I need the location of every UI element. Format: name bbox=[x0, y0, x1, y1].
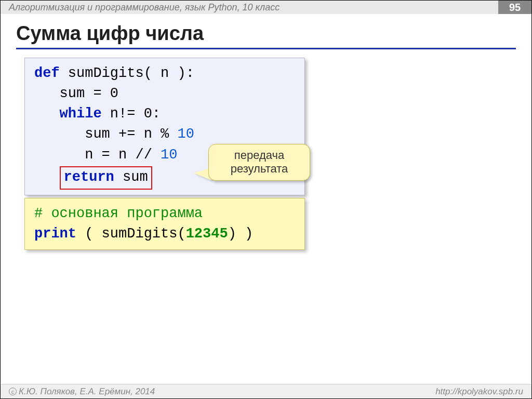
code-text: sum bbox=[114, 169, 148, 185]
literal-arg: 12345 bbox=[186, 226, 228, 242]
callout-line-2: результата bbox=[215, 162, 303, 176]
copyright-icon: c bbox=[9, 388, 17, 395]
page-number-text: 95 bbox=[509, 2, 521, 14]
code-text: sum += n % bbox=[85, 126, 177, 142]
authors-text: К.Ю. Поляков, Е.А. Ерёмин, 2014 bbox=[19, 387, 155, 396]
footer-authors: cК.Ю. Поляков, Е.А. Ерёмин, 2014 bbox=[9, 387, 155, 397]
literal-10: 10 bbox=[161, 147, 177, 163]
header-bar: Алгоритмизация и программирование, язык … bbox=[1, 1, 531, 14]
footer-url: http://kpolyakov.spb.ru bbox=[435, 387, 523, 397]
code-line-4: sum += n % 10 bbox=[34, 124, 295, 144]
course-label: Алгоритмизация и программирование, язык … bbox=[9, 2, 280, 13]
return-highlight: return sum bbox=[60, 166, 152, 190]
code-line-3: while n!= 0: bbox=[34, 104, 295, 124]
code-text: sumDigits( n ): bbox=[60, 65, 194, 81]
code-text: ( sumDigits( bbox=[76, 226, 186, 242]
code-text: n!= 0: bbox=[102, 106, 161, 122]
keyword-def: def bbox=[34, 65, 60, 81]
keyword-return: return bbox=[64, 169, 114, 185]
callout-line-1: передача bbox=[215, 149, 303, 162]
callout-bubble: передача результата bbox=[208, 144, 310, 181]
page-number: 95 bbox=[498, 1, 531, 14]
code-text: ) ) bbox=[228, 226, 254, 242]
keyword-while: while bbox=[60, 106, 102, 122]
code-block-main: # основная программа print ( sumDigits(1… bbox=[24, 198, 305, 250]
code-comment: # основная программа bbox=[34, 204, 295, 224]
code-text: n = n // bbox=[85, 147, 161, 163]
code-call-line: print ( sumDigits(12345) ) bbox=[34, 224, 295, 244]
literal-10: 10 bbox=[177, 126, 194, 142]
slide: Алгоритмизация и программирование, язык … bbox=[0, 0, 532, 399]
footer-bar: cК.Ю. Поляков, Е.А. Ерёмин, 2014 http://… bbox=[1, 384, 531, 398]
keyword-print: print bbox=[34, 226, 76, 242]
slide-title: Сумма цифр числа bbox=[16, 22, 516, 49]
code-text: sum = 0 bbox=[60, 86, 118, 101]
code-line-2: sum = 0 bbox=[34, 84, 295, 104]
code-line-1: def sumDigits( n ): bbox=[34, 63, 295, 84]
